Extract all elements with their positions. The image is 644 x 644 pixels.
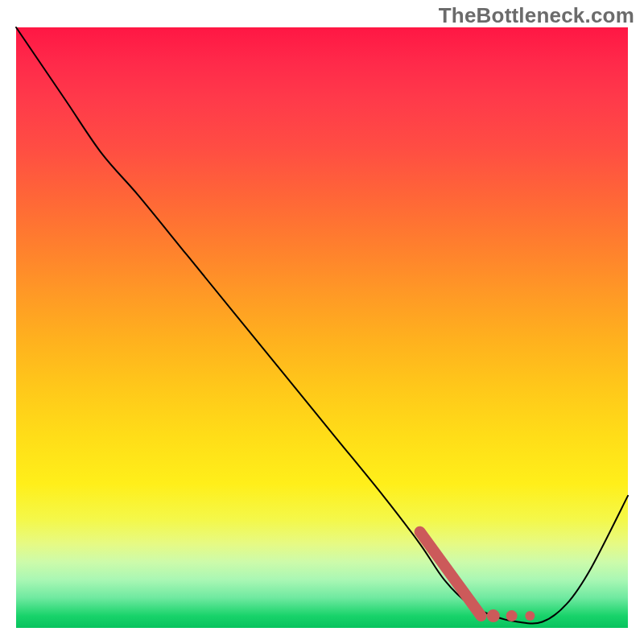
watermark-text: TheBottleneck.com xyxy=(439,3,634,28)
optimal-range-segment xyxy=(420,532,481,616)
optimal-range-dot xyxy=(525,611,535,621)
optimal-range-dot xyxy=(487,609,500,622)
plot-area xyxy=(16,27,628,628)
optimal-range-dots xyxy=(487,609,535,622)
bottleneck-curve xyxy=(16,27,628,624)
chart-canvas: TheBottleneck.com xyxy=(0,0,644,644)
optimal-range-dot xyxy=(506,610,518,621)
chart-svg xyxy=(16,27,628,628)
